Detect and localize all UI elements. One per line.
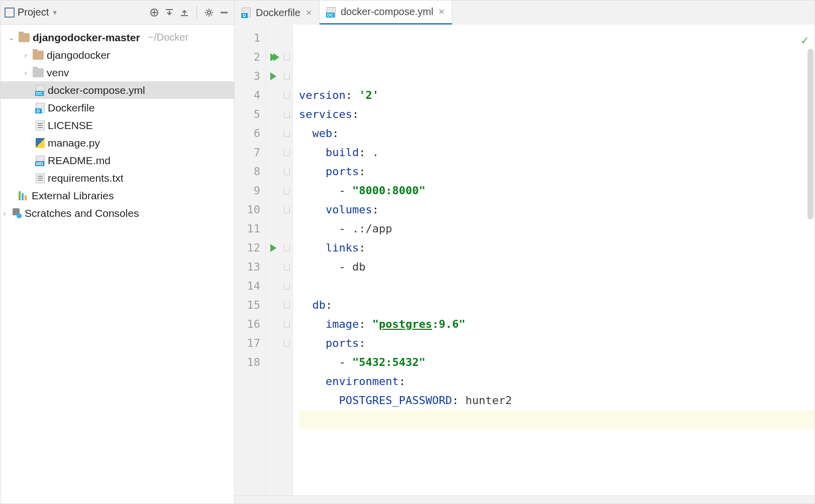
file-icon bbox=[36, 120, 45, 131]
run-icon[interactable] bbox=[270, 244, 276, 252]
close-icon[interactable]: ✕ bbox=[438, 7, 445, 17]
tree-item-venv[interactable]: ›venv bbox=[1, 64, 234, 81]
line-number[interactable]: 16 bbox=[237, 315, 260, 334]
tree-item-djangodocker[interactable]: ›djangodocker bbox=[1, 46, 234, 64]
code-line[interactable]: POSTGRES_PASSWORD: hunter2 bbox=[299, 391, 814, 410]
fold-icon[interactable] bbox=[284, 187, 290, 194]
libraries-icon bbox=[19, 191, 29, 200]
tree-item-label: README.md bbox=[48, 155, 111, 167]
line-number[interactable]: 1 bbox=[237, 29, 260, 48]
line-number[interactable]: 18 bbox=[237, 353, 260, 372]
run-icon[interactable] bbox=[270, 72, 276, 80]
tree-item-Dockerfile[interactable]: Dockerfile bbox=[1, 99, 234, 116]
run-all-icon[interactable] bbox=[270, 53, 276, 61]
code-line[interactable]: ports: bbox=[299, 334, 814, 353]
tree-item-docker-compose-yml[interactable]: docker-compose.yml bbox=[1, 81, 234, 99]
inspection-ok-icon[interactable]: ✓ bbox=[801, 31, 808, 50]
tree-item-label: External Libraries bbox=[32, 190, 114, 202]
sidebar-toolbar: Project ▼ bbox=[1, 1, 234, 25]
tree-item-manage-py[interactable]: manage.py bbox=[1, 134, 234, 152]
tree-item-label: Dockerfile bbox=[48, 102, 94, 114]
external-libraries[interactable]: External Libraries bbox=[1, 187, 234, 204]
code-line[interactable]: - db bbox=[299, 258, 814, 277]
file-icon bbox=[242, 8, 251, 18]
tree-item-LICENSE[interactable]: LICENSE bbox=[1, 116, 234, 134]
fold-gutter bbox=[281, 25, 293, 495]
code-line[interactable]: version: '2' bbox=[299, 86, 814, 105]
vertical-scrollbar[interactable] bbox=[807, 49, 813, 219]
code-line[interactable]: image: "postgres:9.6" bbox=[299, 315, 814, 334]
project-label: Project bbox=[18, 7, 49, 18]
line-number[interactable]: 7 bbox=[237, 143, 260, 162]
tree-item-README-md[interactable]: README.md bbox=[1, 152, 234, 169]
code-line[interactable]: links: bbox=[299, 238, 814, 258]
folder-icon bbox=[33, 68, 44, 77]
line-number[interactable]: 10 bbox=[237, 200, 260, 219]
project-view-selector[interactable]: Project ▼ bbox=[5, 7, 58, 18]
tree-item-label: Scratches and Consoles bbox=[25, 207, 139, 219]
fold-icon[interactable] bbox=[284, 130, 290, 137]
tree-item-label: venv bbox=[47, 67, 69, 79]
fold-icon[interactable] bbox=[284, 73, 290, 80]
line-number[interactable]: 15 bbox=[237, 296, 260, 315]
tree-item-label: djangodocker bbox=[47, 49, 110, 61]
fold-icon[interactable] bbox=[284, 168, 290, 175]
code-line[interactable]: - "5432:5432" bbox=[299, 353, 814, 372]
code-line[interactable] bbox=[299, 277, 814, 296]
code-line[interactable]: build: . bbox=[299, 143, 814, 162]
line-number[interactable]: 3 bbox=[237, 67, 260, 86]
code-area[interactable]: ✓ version: '2'services: web: build: . po… bbox=[293, 25, 814, 495]
expand-all-icon[interactable] bbox=[163, 7, 175, 19]
line-number[interactable]: 2 bbox=[237, 48, 260, 67]
line-number[interactable]: 17 bbox=[237, 334, 260, 353]
hide-icon[interactable] bbox=[218, 7, 230, 19]
path-hint: ~/Docker bbox=[148, 32, 189, 43]
line-number[interactable]: 11 bbox=[237, 219, 260, 238]
fold-icon[interactable] bbox=[284, 92, 290, 99]
editor[interactable]: 123456789101112131415161718 ✓ version: '… bbox=[235, 25, 814, 495]
code-line[interactable]: services: bbox=[299, 105, 814, 124]
fold-icon[interactable] bbox=[284, 206, 290, 213]
line-number[interactable]: 12 bbox=[237, 238, 260, 258]
line-number[interactable]: 6 bbox=[237, 124, 260, 143]
gear-icon[interactable] bbox=[203, 7, 215, 19]
tab-label: Dockerfile bbox=[256, 7, 300, 19]
line-number[interactable]: 8 bbox=[237, 162, 260, 181]
line-number[interactable]: 14 bbox=[237, 277, 260, 296]
select-opened-file-icon[interactable] bbox=[148, 7, 160, 19]
chevron-right-icon: › bbox=[1, 209, 9, 217]
code-line[interactable]: db: bbox=[299, 296, 814, 315]
line-number[interactable]: 4 bbox=[237, 86, 260, 105]
fold-icon[interactable] bbox=[284, 283, 290, 290]
tree-root[interactable]: ⌄ djangodocker-master ~/Docker bbox=[1, 29, 234, 46]
tab-docker-compose-yml[interactable]: docker-compose.yml✕ bbox=[320, 1, 453, 25]
code-line[interactable]: - "8000:8000" bbox=[299, 181, 814, 200]
fold-icon[interactable] bbox=[284, 111, 290, 118]
fold-icon[interactable] bbox=[284, 340, 290, 347]
editor-tabs: Dockerfile✕docker-compose.yml✕ bbox=[235, 1, 814, 25]
fold-icon[interactable] bbox=[284, 244, 290, 251]
code-line[interactable]: environment: bbox=[299, 372, 814, 391]
fold-icon[interactable] bbox=[284, 149, 290, 156]
collapse-all-icon[interactable] bbox=[178, 7, 190, 19]
file-icon bbox=[36, 85, 45, 95]
fold-icon[interactable] bbox=[284, 302, 290, 309]
code-line[interactable] bbox=[299, 410, 814, 429]
scratches-and-consoles[interactable]: › Scratches and Consoles bbox=[1, 204, 234, 222]
fold-icon[interactable] bbox=[284, 54, 290, 61]
tree-item-requirements-txt[interactable]: requirements.txt bbox=[1, 169, 234, 187]
code-line[interactable]: - .:/app bbox=[299, 219, 814, 238]
line-number[interactable]: 9 bbox=[237, 181, 260, 200]
line-number[interactable]: 5 bbox=[237, 105, 260, 124]
tab-label: docker-compose.yml bbox=[341, 6, 434, 18]
code-line[interactable]: web: bbox=[299, 124, 814, 143]
fold-icon[interactable] bbox=[284, 321, 290, 328]
fold-icon[interactable] bbox=[284, 264, 290, 271]
code-line[interactable]: volumes: bbox=[299, 200, 814, 219]
horizontal-scrollbar[interactable] bbox=[235, 495, 814, 503]
code-line[interactable]: ports: bbox=[299, 162, 814, 181]
editor-area: Dockerfile✕docker-compose.yml✕ 123456789… bbox=[235, 1, 814, 503]
tab-Dockerfile[interactable]: Dockerfile✕ bbox=[235, 1, 320, 25]
close-icon[interactable]: ✕ bbox=[305, 8, 312, 18]
line-number[interactable]: 13 bbox=[237, 258, 260, 277]
